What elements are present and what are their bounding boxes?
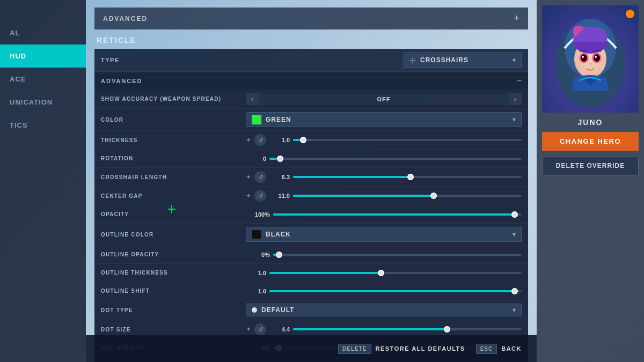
advanced-collapse-button[interactable]: − <box>517 76 522 86</box>
center-gap-thumb[interactable] <box>430 193 437 199</box>
outline-opacity-slider[interactable] <box>273 251 522 258</box>
rotation-track <box>269 158 522 160</box>
crosshair-length-slider[interactable] <box>293 173 522 181</box>
outline-thickness-track <box>269 272 522 274</box>
outline-opacity-label: OUTLINE OPACITY <box>101 252 246 257</box>
accuracy-left-arrow[interactable]: ‹ <box>246 93 259 105</box>
dot-size-star-icon: ✦ <box>246 326 251 333</box>
outline-color-dropdown[interactable]: BLACK ▾ <box>246 227 522 242</box>
hero-name: JUNO <box>578 118 603 127</box>
outline-shift-label: OUTLINE SHIFT <box>101 288 246 294</box>
sidebar-item-al[interactable]: AL <box>0 21 86 45</box>
show-accuracy-row: SHOW ACCURACY (WEAPON SPREAD) ‹ OFF › <box>94 90 528 109</box>
crosshair-gap-left <box>166 209 168 210</box>
crosshair-length-label: CROSSHAIR LENGTH <box>101 174 246 180</box>
center-gap-label: CENTER GAP <box>101 193 246 199</box>
rotation-value: 0 <box>246 156 266 162</box>
delete-override-button[interactable]: DELETE OVERRIDE <box>542 156 639 175</box>
rotation-thumb[interactable] <box>277 156 283 162</box>
sidebar-item-tics[interactable]: TICS <box>0 114 86 137</box>
outline-opacity-thumb[interactable] <box>276 252 282 258</box>
dot-size-thumb[interactable] <box>444 326 450 333</box>
opacity-value: 100% <box>246 211 270 218</box>
advanced-sub-header: ADVANCED − <box>94 72 528 90</box>
dot-type-value: DEFAULT <box>261 306 508 314</box>
center-gap-star-icon: ✦ <box>246 192 251 200</box>
dot-type-controls: DEFAULT ▾ <box>246 304 522 316</box>
settings-panel: TYPE ⊹ CROSSHAIRS ▾ ADVANCED − SHOW ACCU… <box>94 49 528 362</box>
center-gap-slider[interactable] <box>293 192 522 200</box>
outline-thickness-thumb[interactable] <box>378 270 384 276</box>
outline-opacity-track <box>273 254 522 256</box>
center-gap-track <box>293 195 522 197</box>
accuracy-right-arrow[interactable]: › <box>509 93 522 105</box>
type-dropdown[interactable]: ⊹ CROSSHAIRS ▾ <box>404 53 522 68</box>
color-label: COLOR <box>101 117 246 123</box>
outline-thickness-controls: 1.0 <box>246 269 522 277</box>
outline-shift-controls: 1.0 <box>246 287 522 295</box>
dot-type-chevron-icon: ▾ <box>513 306 516 314</box>
type-label: TYPE <box>101 57 404 63</box>
back-button[interactable]: BACK <box>501 345 522 352</box>
crosshair-icon: ⊹ <box>409 56 416 64</box>
outline-thickness-value: 1.0 <box>246 270 266 276</box>
crosshair-length-reset-button[interactable]: ↺ <box>254 171 266 183</box>
dot-size-track <box>293 328 522 330</box>
svg-point-7 <box>581 54 587 62</box>
change-hero-button[interactable]: CHANGE HERO <box>542 132 639 151</box>
accuracy-toggle[interactable]: ‹ OFF › <box>246 93 522 105</box>
color-swatch-green <box>252 115 261 124</box>
outline-shift-thumb[interactable] <box>511 288 518 294</box>
reticle-title: RETICLE <box>94 36 528 45</box>
opacity-slider[interactable] <box>273 211 522 218</box>
color-row: COLOR GREEN ▾ <box>94 109 528 131</box>
outline-shift-slider[interactable] <box>269 287 522 295</box>
restore-defaults-button[interactable]: RESTORE ALL DEFAULTS <box>376 345 465 352</box>
outline-color-swatch <box>252 230 261 239</box>
rotation-label: ROTATION <box>101 156 246 161</box>
show-accuracy-controls: ‹ OFF › <box>246 93 522 105</box>
thickness-reset-button[interactable]: ↺ <box>254 134 266 146</box>
sidebar-item-communication[interactable]: UNICATION <box>0 91 86 114</box>
thickness-slider[interactable] <box>293 136 522 144</box>
dot-type-row: DOT TYPE DEFAULT ▾ <box>94 300 528 320</box>
opacity-row: OPACITY 100% <box>94 205 528 224</box>
dot-size-slider[interactable] <box>293 326 522 333</box>
center-gap-fill <box>293 195 435 197</box>
crosshair-length-fill <box>293 176 412 178</box>
thickness-thumb[interactable] <box>300 137 306 143</box>
advanced-plus-button[interactable]: + <box>514 13 519 24</box>
show-accuracy-label: SHOW ACCURACY (WEAPON SPREAD) <box>101 96 246 102</box>
crosshair-gap-top <box>171 204 172 205</box>
sidebar-item-ace[interactable]: ACE <box>0 68 86 91</box>
outline-shift-track <box>269 290 522 292</box>
sidebar-item-hud[interactable]: HUD <box>0 45 86 68</box>
center-gap-controls: ✦ ↺ 11.0 <box>246 190 522 202</box>
outline-thickness-slider[interactable] <box>269 269 522 277</box>
opacity-controls: 100% <box>246 211 522 218</box>
color-controls: GREEN ▾ <box>246 112 522 127</box>
thickness-fill <box>293 139 300 141</box>
color-dropdown[interactable]: GREEN ▾ <box>246 112 522 127</box>
color-value: GREEN <box>266 116 508 123</box>
opacity-thumb[interactable] <box>511 211 518 218</box>
outline-color-controls: BLACK ▾ <box>246 227 522 242</box>
advanced-sub-title: ADVANCED <box>101 78 143 84</box>
sidebar: AL HUD ACE UNICATION TICS <box>0 0 86 362</box>
outline-shift-fill <box>269 290 517 292</box>
opacity-fill <box>273 213 517 216</box>
rotation-slider[interactable] <box>269 155 522 162</box>
outline-shift-row: OUTLINE SHIFT 1.0 <box>94 282 528 300</box>
center-gap-reset-button[interactable]: ↺ <box>254 190 266 202</box>
crosshair-preview <box>166 204 177 215</box>
advanced-bar: ADVANCED + <box>94 8 528 29</box>
dot-type-dropdown[interactable]: DEFAULT ▾ <box>246 304 522 316</box>
crosshair-length-thumb[interactable] <box>407 174 414 180</box>
outline-color-value: BLACK <box>266 231 508 238</box>
dot-size-reset-button[interactable]: ↺ <box>254 323 266 335</box>
type-row: TYPE ⊹ CROSSHAIRS ▾ <box>94 49 528 72</box>
dot-size-value: 4.4 <box>269 326 290 333</box>
accuracy-value: OFF <box>259 94 508 105</box>
right-panel: JUNO CHANGE HERO DELETE OVERRIDE <box>537 0 644 362</box>
type-dropdown-value: CROSSHAIRS <box>420 56 508 64</box>
